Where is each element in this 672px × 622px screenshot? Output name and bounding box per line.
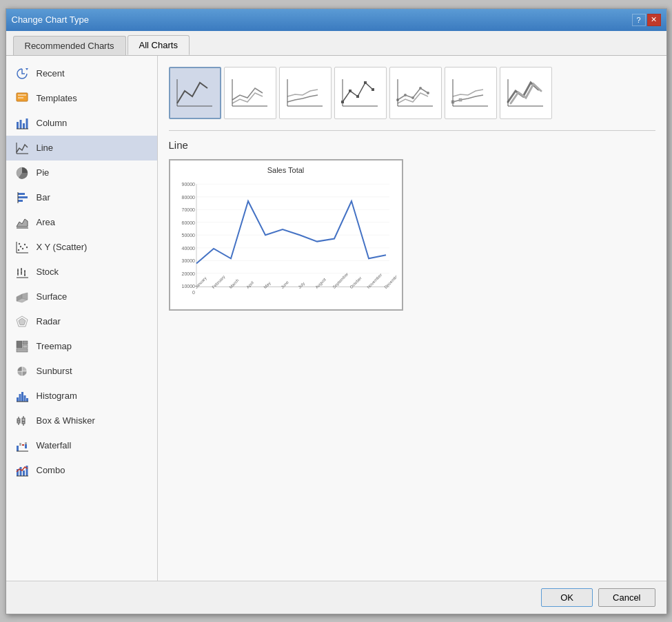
line-type-100pct[interactable] xyxy=(279,67,332,119)
line-type-markers[interactable] xyxy=(334,67,387,119)
chart-type-icons xyxy=(169,67,655,119)
surface-icon xyxy=(14,289,30,304)
svg-text:60000: 60000 xyxy=(181,220,195,225)
svg-rect-40 xyxy=(17,341,22,348)
sidebar-item-line[interactable]: Line xyxy=(6,136,157,160)
svg-point-84 xyxy=(419,87,422,90)
svg-rect-4 xyxy=(19,120,21,129)
svg-rect-1 xyxy=(18,94,26,96)
bar-icon xyxy=(14,190,30,205)
scatter-icon xyxy=(14,240,30,255)
radar-icon xyxy=(14,314,30,329)
sidebar-item-pie[interactable]: Pie xyxy=(6,160,157,185)
sidebar-item-column[interactable]: Column xyxy=(6,111,157,136)
svg-marker-37 xyxy=(22,293,28,300)
svg-rect-43 xyxy=(17,349,28,352)
svg-marker-15 xyxy=(17,219,28,227)
svg-rect-13 xyxy=(18,200,23,202)
svg-point-17 xyxy=(17,249,19,250)
sidebar-item-histogram[interactable]: Histogram xyxy=(6,384,157,408)
sidebar-label-combo: Combo xyxy=(37,465,65,475)
sidebar-item-scatter[interactable]: X Y (Scatter) xyxy=(6,235,157,260)
svg-rect-61 xyxy=(25,444,27,448)
svg-text:July: July xyxy=(296,280,305,289)
svg-marker-39 xyxy=(19,318,26,325)
svg-text:0: 0 xyxy=(192,289,195,295)
sidebar-item-area[interactable]: Area xyxy=(6,210,157,235)
sidebar-label-area: Area xyxy=(37,217,55,227)
svg-rect-2 xyxy=(18,97,23,99)
sidebar-label-bar: Bar xyxy=(37,192,50,203)
sidebar-label-surface: Surface xyxy=(37,291,68,302)
svg-rect-89 xyxy=(459,99,462,101)
tab-recommended[interactable]: Recommended Charts xyxy=(13,36,126,55)
combo-icon xyxy=(14,463,30,478)
change-chart-type-dialog: Change Chart Type ? ✕ Recommended Charts… xyxy=(6,8,667,614)
svg-rect-60 xyxy=(25,442,27,444)
svg-text:80000: 80000 xyxy=(181,194,195,200)
svg-text:April: April xyxy=(245,280,254,289)
sidebar-label-histogram: Histogram xyxy=(37,391,77,401)
sidebar-item-surface[interactable]: Surface xyxy=(6,284,157,309)
pie-icon xyxy=(14,165,30,180)
svg-text:70000: 70000 xyxy=(181,207,195,213)
svg-rect-3 xyxy=(17,122,19,129)
svg-rect-55 xyxy=(22,418,25,424)
sidebar-label-pie: Pie xyxy=(37,167,50,178)
svg-text:50000: 50000 xyxy=(181,233,195,238)
help-button[interactable]: ? xyxy=(632,14,646,26)
sidebar-item-treemap[interactable]: Treemap xyxy=(6,334,157,359)
tab-all-charts[interactable]: All Charts xyxy=(128,35,190,55)
sidebar-label-templates: Templates xyxy=(37,93,77,103)
dialog-body: Recent Templates xyxy=(6,56,666,581)
ok-button[interactable]: OK xyxy=(541,588,593,607)
svg-rect-11 xyxy=(18,193,25,195)
line-type-100pct-markers[interactable] xyxy=(445,67,497,119)
svg-point-20 xyxy=(23,243,25,245)
svg-rect-59 xyxy=(22,444,24,446)
sidebar-item-radar[interactable]: Radar xyxy=(6,309,157,334)
line-type-stacked[interactable] xyxy=(224,67,276,119)
recent-icon xyxy=(14,66,30,81)
sidebar: Recent Templates xyxy=(6,56,158,581)
svg-text:December: December xyxy=(383,272,396,289)
sidebar-item-stock[interactable]: Stock xyxy=(6,260,157,284)
chart-preview-title: Sales Total xyxy=(176,166,396,174)
sidebar-label-waterfall: Waterfall xyxy=(37,440,72,450)
close-button[interactable]: ✕ xyxy=(647,14,661,26)
svg-point-18 xyxy=(19,245,21,247)
line-type-stacked-markers[interactable] xyxy=(389,67,442,119)
svg-text:January: January xyxy=(193,275,207,289)
svg-rect-5 xyxy=(23,123,25,129)
sidebar-item-recent[interactable]: Recent xyxy=(6,61,157,86)
svg-rect-42 xyxy=(23,345,28,348)
sidebar-label-scatter: X Y (Scatter) xyxy=(37,242,88,252)
svg-rect-77 xyxy=(364,81,367,84)
sidebar-item-box[interactable]: Box & Whisker xyxy=(6,408,157,433)
cancel-button[interactable]: Cancel xyxy=(598,588,655,607)
svg-rect-41 xyxy=(23,341,28,344)
svg-rect-12 xyxy=(18,196,28,198)
svg-point-85 xyxy=(427,92,429,94)
sidebar-item-waterfall[interactable]: Waterfall xyxy=(6,433,157,458)
sunburst-icon xyxy=(14,364,30,379)
svg-rect-76 xyxy=(356,95,359,98)
column-icon xyxy=(14,116,30,131)
line-type-3d[interactable] xyxy=(500,67,552,119)
svg-rect-57 xyxy=(17,446,19,451)
sidebar-item-sunburst[interactable]: Sunburst xyxy=(6,359,157,384)
svg-point-19 xyxy=(21,247,23,249)
sidebar-label-stock: Stock xyxy=(37,267,59,277)
sidebar-item-templates[interactable]: Templates xyxy=(6,86,157,111)
svg-rect-64 xyxy=(19,467,21,476)
sidebar-label-sunburst: Sunburst xyxy=(37,366,72,376)
sidebar-item-combo[interactable]: Combo xyxy=(6,458,157,483)
svg-text:30000: 30000 xyxy=(181,258,195,264)
box-icon xyxy=(14,413,30,428)
sidebar-item-bar[interactable]: Bar xyxy=(6,185,157,210)
dialog-title: Change Chart Type xyxy=(12,14,90,25)
line-type-plain[interactable] xyxy=(169,67,221,119)
svg-rect-47 xyxy=(21,392,23,402)
svg-text:August: August xyxy=(314,276,326,289)
svg-text:10000: 10000 xyxy=(181,284,195,289)
